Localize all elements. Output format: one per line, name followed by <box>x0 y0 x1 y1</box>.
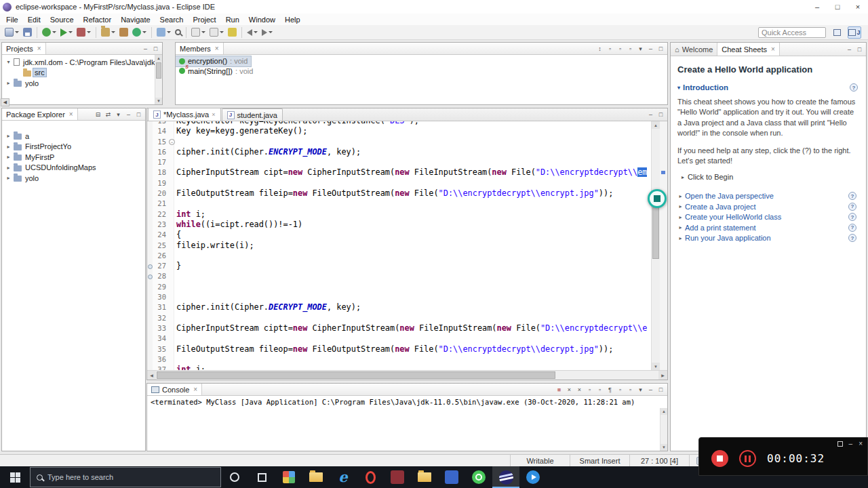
cheatsheet-section-header[interactable]: ▾ Introduction ? <box>677 83 858 92</box>
members-view-tab[interactable]: Members × <box>176 43 224 54</box>
view-menu-button[interactable]: ▾ <box>114 110 123 119</box>
view-menu-button[interactable]: ▾ <box>636 44 645 53</box>
taskbar-app-maroon-button[interactable] <box>384 466 411 488</box>
new-class-button[interactable] <box>130 26 149 39</box>
menu-search[interactable]: Search <box>155 14 189 25</box>
menu-source[interactable]: Source <box>45 14 79 25</box>
scroll-up-icon[interactable]: ▲ <box>155 55 162 62</box>
tree-item[interactable]: ▸yolo <box>2 173 145 184</box>
menu-file[interactable]: File <box>1 14 23 25</box>
menu-navigate[interactable]: Navigate <box>116 14 155 25</box>
menu-window[interactable]: Window <box>244 14 280 25</box>
window-close-button[interactable]: × <box>848 0 868 14</box>
package-explorer-view-tab[interactable]: Package Explorer × <box>2 108 78 120</box>
java-perspective-button[interactable]: J <box>848 26 861 39</box>
menu-project[interactable]: Project <box>188 14 220 25</box>
maximize-button[interactable]: □ <box>656 44 665 53</box>
taskbar-edge-button[interactable] <box>330 466 357 488</box>
cheatsheet-step-link[interactable]: Open the Java perspective <box>685 192 774 200</box>
maximize-button[interactable]: □ <box>134 110 143 119</box>
editor-tab[interactable]: Jstudent.java <box>222 108 283 121</box>
close-icon[interactable]: × <box>215 45 219 52</box>
taskbar-media-player-button[interactable] <box>519 466 547 488</box>
sort-button[interactable]: ↕ <box>595 44 604 53</box>
taskbar-eclipse-button[interactable] <box>492 466 519 488</box>
help-icon[interactable]: ? <box>848 224 856 232</box>
prev-annotation-button[interactable] <box>208 26 226 39</box>
minimize-button[interactable]: – <box>845 45 854 54</box>
welcome-tab[interactable]: ⌂ Welcome <box>671 43 717 56</box>
editor-tab[interactable]: J*Myclass.java× <box>148 108 221 121</box>
scroll-right-icon[interactable]: ▶ <box>658 371 667 380</box>
taskbar-app-blue-button[interactable] <box>438 466 465 488</box>
help-icon[interactable]: ? <box>848 234 856 242</box>
scrollbar-thumb[interactable] <box>652 199 659 259</box>
cheatsheet-step-link[interactable]: Add a print statement <box>685 224 756 232</box>
cortana-button[interactable] <box>221 466 248 488</box>
member-item[interactable]: main(String[]) : void <box>176 66 256 77</box>
projects-scrollbar[interactable]: ▲ ▼ <box>155 55 162 104</box>
maximize-button[interactable]: □ <box>656 385 665 394</box>
menu-help[interactable]: Help <box>280 14 305 25</box>
tree-item[interactable]: src <box>2 68 162 79</box>
tree-item[interactable]: ▸FirstProjectYo <box>2 142 145 152</box>
cheatsheet-step-link[interactable]: Create a Java project <box>685 203 756 211</box>
next-annotation-button[interactable] <box>189 26 208 39</box>
pin-console-button[interactable]: ▫ <box>616 385 625 394</box>
maximize-button[interactable]: □ <box>656 110 665 119</box>
remove-all-button[interactable]: × <box>575 385 584 394</box>
record-stop-button[interactable] <box>711 450 728 467</box>
scroll-down-icon[interactable]: ▼ <box>660 444 667 451</box>
window-maximize-button[interactable]: □ <box>827 0 848 14</box>
window-minimize-button[interactable]: – <box>807 0 827 14</box>
close-icon[interactable]: × <box>193 386 197 393</box>
start-button[interactable] <box>0 466 30 488</box>
taskbar-search[interactable] <box>30 467 221 487</box>
new-package-button[interactable] <box>117 26 130 39</box>
projects-view-tab[interactable]: Projects × <box>2 43 46 54</box>
maximize-button[interactable]: □ <box>151 44 160 53</box>
cheatsheet-step-link[interactable]: Create your HelloWorld class <box>685 213 781 221</box>
cheatsheet-step-link[interactable]: Run your Java application <box>685 234 771 242</box>
tree-item[interactable]: ▸yolo <box>2 78 162 89</box>
hide-non-public-button[interactable]: ▫ <box>626 44 635 53</box>
minimize-button[interactable]: – <box>141 44 150 53</box>
minimize-button[interactable]: – <box>124 110 133 119</box>
close-icon[interactable]: × <box>69 110 73 118</box>
recorder-expand-icon[interactable] <box>837 441 843 447</box>
recorder-floating-button[interactable] <box>648 189 667 208</box>
status-insert-mode[interactable]: Smart Insert <box>570 455 629 466</box>
close-icon[interactable]: × <box>37 45 41 52</box>
editor-body[interactable]: 13KeyGenerator keyg=KeyGenerator.getInst… <box>147 121 667 370</box>
link-editor-button[interactable]: ⇄ <box>104 110 113 119</box>
console-scrollbar[interactable]: ▲ ▼ <box>660 408 667 451</box>
hide-fields-button[interactable]: ▫ <box>606 44 614 53</box>
debug-button[interactable] <box>40 26 58 39</box>
editor-horizontal-scrollbar[interactable]: ◀ ▶ <box>147 370 667 380</box>
tab-close-icon[interactable]: × <box>212 111 215 118</box>
taskbar-folder-docs-button[interactable] <box>302 466 330 488</box>
menu-edit[interactable]: Edit <box>23 14 45 25</box>
tree-item[interactable]: ▸UCSDUnfoldingMaps <box>2 163 145 174</box>
run-button[interactable] <box>58 26 75 39</box>
display-selected-button[interactable]: ▫ <box>626 385 635 394</box>
tree-item[interactable]: ▸MyFirstP <box>2 152 145 163</box>
scroll-down-icon[interactable]: ▼ <box>155 98 162 104</box>
remove-launch-button[interactable]: × <box>565 385 574 394</box>
taskbar-search-input[interactable] <box>47 473 214 481</box>
new-java-project-button[interactable] <box>99 26 117 39</box>
help-icon[interactable]: ? <box>848 192 856 200</box>
quick-access-input[interactable] <box>758 27 826 38</box>
taskbar-file-explorer-button[interactable] <box>411 466 438 488</box>
record-pause-button[interactable] <box>739 450 756 467</box>
scroll-lock-button[interactable]: ▫ <box>595 385 604 394</box>
tree-item[interactable]: ▾jdk.xml.dom - C:\Program Files\Java\jdk… <box>2 57 162 68</box>
recorder-close-icon[interactable]: × <box>859 441 863 447</box>
help-icon[interactable]: ? <box>850 83 858 92</box>
menu-refactor[interactable]: Refactor <box>79 14 117 25</box>
open-console-button[interactable]: ▾ <box>636 385 645 394</box>
scroll-down-icon[interactable]: ▼ <box>652 363 660 370</box>
coverage-button[interactable] <box>75 26 93 39</box>
taskbar-whatsapp-button[interactable] <box>465 466 492 488</box>
scroll-up-icon[interactable]: ▲ <box>660 408 667 415</box>
